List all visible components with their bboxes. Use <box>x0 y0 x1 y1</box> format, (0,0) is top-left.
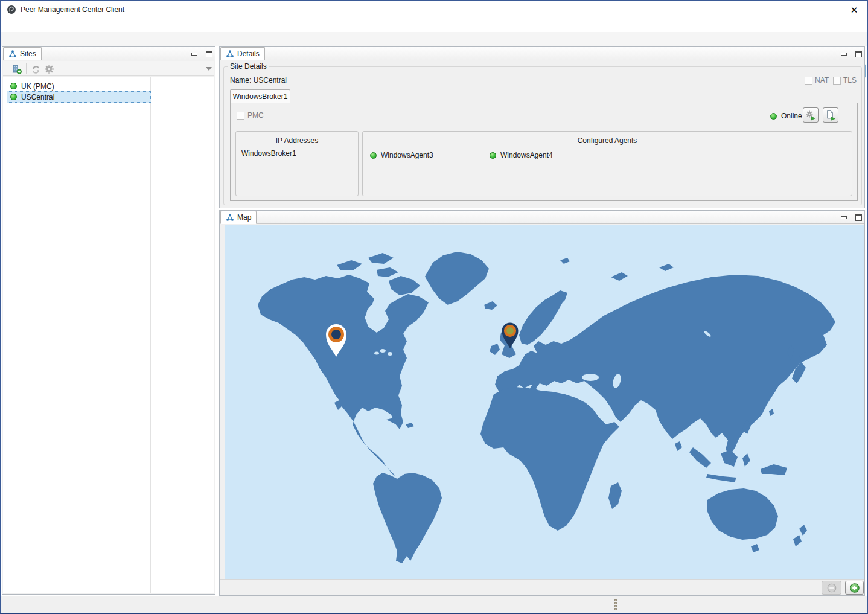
maximize-panel-button[interactable] <box>854 50 863 59</box>
map-zoom-in-button[interactable] <box>845 581 864 595</box>
site-label: USCentral <box>21 93 54 101</box>
ip-addresses-group: IP Addresses WindowsBroker1 <box>235 131 359 196</box>
nat-label: NAT <box>815 76 829 85</box>
online-status-icon <box>10 83 17 89</box>
statusbar-separator <box>511 599 511 612</box>
site-label: UK (PMC) <box>21 82 54 91</box>
app-logo-icon <box>7 5 16 14</box>
tab-sites[interactable]: Sites <box>3 47 42 60</box>
online-status-icon <box>770 113 777 120</box>
main-toolbar <box>1 32 867 46</box>
map-panel: Map <box>219 210 865 596</box>
pmc-checkbox-row: PMC <box>237 111 264 120</box>
tree-column-divider <box>150 77 151 593</box>
broker-export-button[interactable] <box>823 107 838 123</box>
configured-agents-group: Configured Agents WindowsAgent3 WindowsA… <box>362 131 852 196</box>
tls-checkbox-row: TLS <box>833 76 857 85</box>
sites-tab-label: Sites <box>20 50 36 58</box>
details-tab-label: Details <box>237 50 260 58</box>
network-triangle-icon <box>8 50 17 58</box>
add-site-button[interactable] <box>10 63 22 75</box>
configured-agents-title: Configured Agents <box>363 136 852 145</box>
tab-details[interactable]: Details <box>220 47 265 60</box>
map-footer-bar <box>220 579 864 595</box>
sites-toolbar <box>3 61 214 76</box>
agent-label: WindowsAgent4 <box>500 151 553 159</box>
menu-bar: File Window Help <box>1 19 867 32</box>
site-row-uk[interactable]: UK (PMC) <box>7 80 151 92</box>
title-bar: Peer Management Center Client ✕ <box>1 1 867 19</box>
site-details-group: Site Details Name: USCentral NAT TLS Win… <box>223 66 862 205</box>
sync-sites-button-disabled[interactable] <box>30 63 42 75</box>
pmc-checkbox[interactable] <box>237 112 244 120</box>
online-status-icon <box>490 152 496 159</box>
map-tab-label: Map <box>237 213 251 222</box>
site-details-group-title: Site Details <box>228 62 269 71</box>
online-status-icon <box>370 152 377 159</box>
app-window: Peer Management Center Client ✕ File Win… <box>0 0 868 614</box>
tls-label: TLS <box>843 76 857 85</box>
online-status-icon <box>10 94 17 100</box>
sites-panel-header: Sites <box>2 47 215 60</box>
network-triangle-icon <box>226 50 234 58</box>
minimize-panel-button[interactable] <box>839 213 849 222</box>
map-panel-header: Map <box>220 211 864 224</box>
tab-map[interactable]: Map <box>220 211 257 224</box>
ip-address-entry: WindowsBroker1 <box>241 149 296 158</box>
minimize-window-button[interactable] <box>783 1 811 19</box>
maximize-panel-button[interactable] <box>204 50 214 59</box>
details-panel: Details Site Details Name: USCentral NAT… <box>219 46 865 208</box>
agent-label: WindowsAgent3 <box>381 151 433 159</box>
zoom-in-icon <box>849 583 860 593</box>
maximize-panel-button[interactable] <box>854 213 863 222</box>
agent-item[interactable]: WindowsAgent4 <box>490 151 553 159</box>
details-panel-header: Details <box>220 47 864 60</box>
close-window-button[interactable]: ✕ <box>840 1 868 19</box>
minimize-panel-button[interactable] <box>839 50 849 59</box>
toolbar-separator <box>26 63 27 74</box>
world-map[interactable] <box>225 225 864 579</box>
window-title: Peer Management Center Client <box>21 1 124 19</box>
maximize-window-button[interactable] <box>812 1 840 19</box>
tab-windowsbroker1[interactable]: WindowsBroker1 <box>230 89 290 103</box>
site-settings-button-disabled[interactable] <box>43 63 55 75</box>
nat-checkbox-row: NAT <box>805 76 829 85</box>
sites-list: UK (PMC) USCentral <box>3 77 214 593</box>
pmc-label: PMC <box>247 111 264 120</box>
network-triangle-icon <box>226 213 234 222</box>
tls-checkbox[interactable] <box>833 77 841 85</box>
ip-addresses-title: IP Addresses <box>236 136 358 145</box>
sites-panel: Sites UK (PMC) <box>2 46 215 595</box>
broker-tab-body: PMC Online IP Addresses WindowsBroker1 <box>230 103 858 201</box>
statusbar-grip[interactable] <box>614 599 617 610</box>
broker-status-row: Online <box>770 112 802 120</box>
broker-tab-label: WindowsBroker1 <box>233 92 288 101</box>
map-zoom-out-button[interactable] <box>822 581 841 595</box>
view-menu-chevron-icon[interactable] <box>206 67 212 71</box>
broker-settings-button[interactable] <box>803 107 819 123</box>
nat-checkbox[interactable] <box>805 77 812 85</box>
minimize-panel-button[interactable] <box>190 50 199 59</box>
site-name-value: Name: USCentral <box>230 76 287 85</box>
agent-item[interactable]: WindowsAgent3 <box>370 151 433 159</box>
gear-run-icon <box>805 110 816 121</box>
site-row-uscentral[interactable]: USCentral <box>7 91 151 103</box>
zoom-out-icon <box>826 583 837 593</box>
status-bar <box>1 596 867 613</box>
document-export-icon <box>825 110 836 121</box>
online-label: Online <box>781 112 802 120</box>
